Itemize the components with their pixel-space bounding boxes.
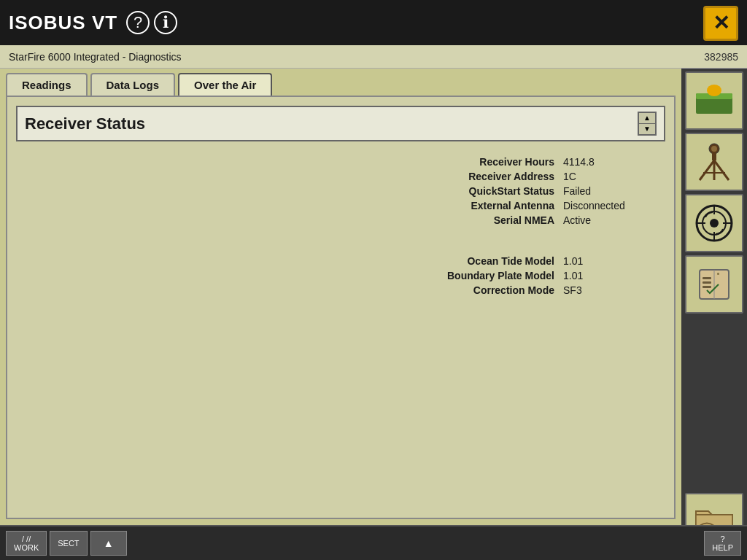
external-antenna-label: External Antenna [438,200,554,211]
main-panel: Receiver Status ▲ ▼ Receiver Hours 4114.… [6,96,676,519]
sidebar-field-button[interactable] [685,71,743,130]
page-subtitle: StarFire 6000 Integrated - Diagnostics [9,51,704,63]
tab-over-the-air[interactable]: Over the Air [178,73,272,96]
sub-header: StarFire 6000 Integrated - Diagnostics 3… [0,45,747,69]
quickstart-status-value: Failed [563,185,651,197]
selector-arrows: ▲ ▼ [638,112,657,136]
spacer [16,241,665,255]
svg-point-10 [711,146,717,152]
receiver-address-value: 1C [563,171,651,182]
sidebar-tripod-button[interactable] [685,133,743,191]
selector-up-arrow[interactable]: ▲ [639,113,655,124]
selector-row: Receiver Status ▲ ▼ [16,106,665,141]
app-title: ISOBUS VT [9,12,117,34]
quickstart-status-label: QuickStart Status [438,185,554,197]
content-area: Readings Data Logs Over the Air Receiver… [0,69,681,560]
status-fields: Receiver Hours 4114.8 Receiver Address 1… [16,156,665,226]
external-antenna-value: Disconnected [563,200,651,211]
tripod-icon [692,140,736,184]
receiver-hours-value: 4114.8 [563,156,651,168]
main-layout: Readings Data Logs Over the Air Receiver… [0,69,747,560]
field-external-antenna: External Antenna Disconnected [31,200,651,211]
help-button[interactable]: ?HELP [704,531,741,556]
field-quickstart-status: QuickStart Status Failed [31,185,651,197]
selector-label: Receiver Status [25,114,145,133]
right-sidebar [681,69,747,560]
field-crop-icon [692,79,736,122]
svg-point-13 [710,219,719,228]
svg-rect-23 [703,286,711,288]
field-ocean-tide: Ocean Tide Model 1.01 [31,255,651,267]
info-icon[interactable]: ℹ [154,11,177,34]
arrow-button[interactable]: ▲ [90,531,127,556]
work-button[interactable]: / //WORK [6,531,47,556]
target-icon [692,201,736,245]
boundary-plate-label: Boundary Plate Model [438,270,554,281]
field-receiver-address: Receiver Address 1C [31,171,651,182]
receiver-hours-label: Receiver Hours [438,156,554,168]
svg-rect-24 [717,273,719,275]
correction-mode-value: SF3 [563,284,651,296]
app-header: ISOBUS VT ? ℹ ✕ [0,0,747,45]
serial-nmea-label: Serial NMEA [438,214,554,226]
svg-rect-22 [703,281,711,284]
receiver-address-label: Receiver Address [438,171,554,182]
field-receiver-hours: Receiver Hours 4114.8 [31,156,651,168]
selector-down-arrow[interactable]: ▼ [639,124,655,134]
help-icon[interactable]: ? [126,11,150,34]
bottom-bar: / //WORK SECT ▲ ?HELP [0,525,747,560]
sidebar-target-button[interactable] [685,194,743,252]
svg-rect-3 [708,88,720,93]
svg-rect-5 [712,153,716,160]
svg-line-6 [700,160,714,180]
bottom-bar-left: / //WORK SECT ▲ [6,531,127,556]
sect-button[interactable]: SECT [50,531,87,556]
svg-line-8 [714,160,729,180]
close-button[interactable]: ✕ [703,6,738,41]
ocean-tide-label: Ocean Tide Model [438,255,554,267]
correction-mode-label: Correction Mode [438,284,554,296]
manual-icon [692,262,736,306]
tab-bar: Readings Data Logs Over the Air [0,69,681,96]
boundary-plate-value: 1.01 [563,270,651,281]
sidebar-manual-button[interactable] [685,255,743,314]
field-boundary-plate: Boundary Plate Model 1.01 [31,270,651,281]
svg-rect-21 [703,277,711,279]
tab-readings[interactable]: Readings [6,73,88,96]
device-id: 382985 [704,51,738,63]
tab-data-logs[interactable]: Data Logs [90,73,176,96]
receiver-status-selector[interactable]: Receiver Status ▲ ▼ [16,106,665,141]
ocean-tide-value: 1.01 [563,255,651,267]
serial-nmea-value: Active [563,214,651,226]
field-correction-mode: Correction Mode SF3 [31,284,651,296]
model-fields: Ocean Tide Model 1.01 Boundary Plate Mod… [16,255,665,296]
field-serial-nmea: Serial NMEA Active [31,214,651,226]
